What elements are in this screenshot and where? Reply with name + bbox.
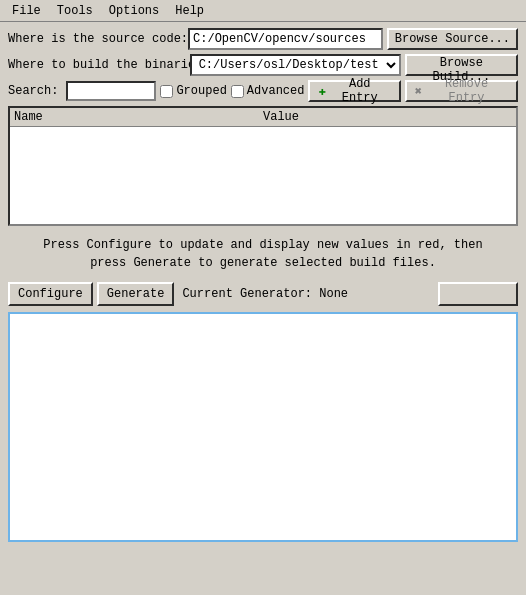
menu-tools[interactable]: Tools — [49, 2, 101, 20]
build-row: Where to build the binaries: C:/Users/os… — [8, 54, 518, 76]
search-input[interactable] — [66, 81, 156, 101]
build-label: Where to build the binaries: — [8, 58, 190, 72]
menubar: File Tools Options Help — [0, 0, 526, 22]
remove-icon: ✖ — [415, 84, 422, 99]
browse-source-button[interactable]: Browse Source... — [387, 28, 518, 50]
table-header: Name Value — [10, 108, 516, 127]
search-row: Search: Grouped Advanced ✚ Add Entry ✖ R… — [8, 80, 518, 102]
info-text: Press Configure to update and display ne… — [8, 230, 518, 278]
advanced-label: Advanced — [247, 84, 305, 98]
menu-options[interactable]: Options — [101, 2, 167, 20]
generator-button[interactable] — [438, 282, 518, 306]
remove-entry-button[interactable]: ✖ Remove Entry — [405, 80, 518, 102]
entries-table: Name Value — [8, 106, 518, 226]
advanced-checkbox[interactable] — [231, 85, 244, 98]
add-entry-button[interactable]: ✚ Add Entry — [308, 80, 400, 102]
source-input[interactable] — [188, 28, 383, 50]
plus-icon: ✚ — [318, 84, 325, 99]
source-row: Where is the source code: Browse Source.… — [8, 28, 518, 50]
search-label: Search: — [8, 84, 58, 98]
source-label: Where is the source code: — [8, 32, 188, 46]
advanced-checkbox-label[interactable]: Advanced — [231, 84, 305, 98]
browse-build-button[interactable]: Browse Build... — [405, 54, 518, 76]
menu-help[interactable]: Help — [167, 2, 212, 20]
configure-button[interactable]: Configure — [8, 282, 93, 306]
bottom-bar: Configure Generate Current Generator: No… — [8, 282, 518, 306]
grouped-checkbox-label[interactable]: Grouped — [160, 84, 226, 98]
generator-label: Current Generator: None — [182, 287, 348, 301]
value-column-header: Value — [263, 110, 512, 124]
build-select[interactable]: C:/Users/osl/Desktop/test — [190, 54, 401, 76]
generate-button[interactable]: Generate — [97, 282, 175, 306]
name-column-header: Name — [14, 110, 263, 124]
add-entry-label: Add Entry — [329, 77, 391, 105]
menu-file[interactable]: File — [4, 2, 49, 20]
grouped-label: Grouped — [176, 84, 226, 98]
main-content: Where is the source code: Browse Source.… — [0, 22, 526, 548]
remove-entry-label: Remove Entry — [425, 77, 508, 105]
output-area — [8, 312, 518, 542]
grouped-checkbox[interactable] — [160, 85, 173, 98]
